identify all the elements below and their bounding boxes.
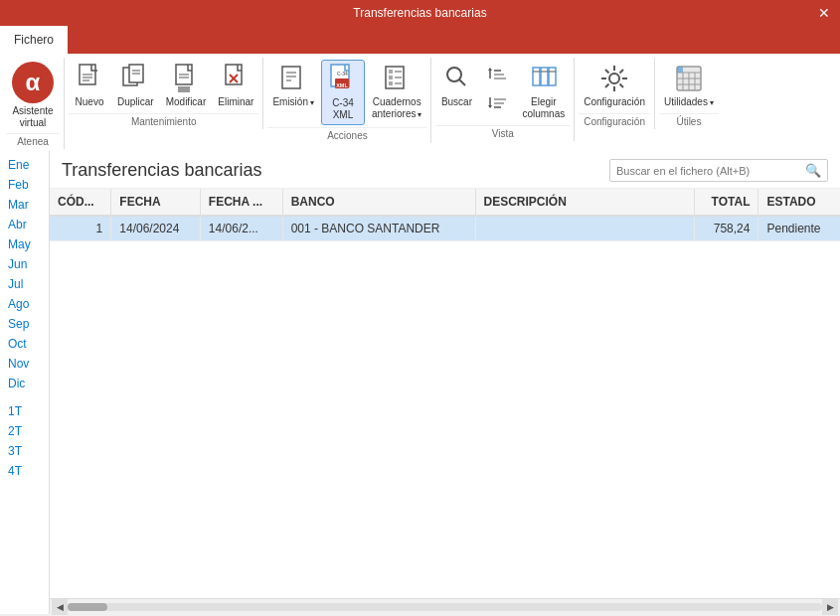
svg-point-45 [609,74,619,83]
title-bar: Transferencias bancarias ✕ [0,0,840,26]
svg-point-29 [447,68,461,81]
buscar-icon [440,63,472,94]
search-input[interactable] [616,165,805,177]
group-vista: Buscar Elegirco [431,58,575,141]
utilidades-icon [673,63,705,94]
sidebar-item-abr[interactable]: Abr [0,215,49,234]
buscar-button[interactable]: Buscar [435,60,477,111]
group-configuracion: Configuración Configuración [575,58,655,129]
scroll-right-arrow[interactable]: ▶ [822,599,838,615]
col-fecha2: FECHA ... [200,189,282,216]
svg-rect-23 [389,70,393,74]
elegir-columnas-button[interactable]: Elegircolumnas [517,60,570,123]
emision-icon [277,63,309,94]
col-banco: BANCO [282,189,475,216]
svg-line-30 [459,79,465,85]
duplicar-button[interactable]: Duplicar [112,60,159,111]
sidebar-item-feb[interactable]: Feb [0,175,49,195]
nuevo-icon [74,63,105,94]
sidebar-item-nov[interactable]: Nov [0,354,49,374]
scrollbar-thumb[interactable] [68,603,107,611]
eliminar-button[interactable]: Eliminar [213,60,258,111]
svg-rect-14 [282,67,300,88]
search-box: 🔍 [609,159,828,182]
duplicar-icon [119,63,151,94]
horizontal-scrollbar[interactable]: ◀ ▶ [50,598,840,614]
main-area: Ene Feb Mar Abr May Jun Jul Ago Sep Oct … [0,151,840,614]
cuadernos-button[interactable]: Cuadernosanteriores▾ [367,60,426,123]
c34xml-icon: XML C-34 [327,64,359,95]
col-total: TOTAL [694,189,758,216]
col-estado: ESTADO [758,189,840,216]
ribbon-tabs: Fichero [0,26,840,54]
c34xml-button[interactable]: XML C-34 C-34XML [321,60,365,125]
scroll-left-arrow[interactable]: ◀ [52,599,68,615]
group-utiles-label: Útiles [659,113,719,127]
utilidades-label: Utilidades▾ [664,96,714,108]
sidebar-item-2t[interactable]: 2T [0,421,49,441]
group-vista-label: Vista [435,125,570,139]
duplicar-label: Duplicar [117,96,154,108]
asistente-virtual-button[interactable]: α Asistentevirtual [6,60,60,131]
sidebar-item-may[interactable]: May [0,234,49,254]
sort-desc-icon [485,90,509,114]
svg-rect-39 [533,68,540,85]
svg-line-51 [620,84,624,88]
sidebar-item-jun[interactable]: Jun [0,254,49,274]
sidebar-item-mar[interactable]: Mar [0,195,49,215]
emision-button[interactable]: Emisión▾ [267,60,319,111]
sidebar-item-1t[interactable]: 1T [0,401,49,421]
page-title: Transferencias bancarias [62,160,261,181]
sidebar-item-ene[interactable]: Ene [0,155,49,175]
content-header: Transferencias bancarias 🔍 [50,151,840,189]
utilidades-button[interactable]: Utilidades▾ [659,60,719,111]
cuadernos-icon [381,63,413,94]
table-row[interactable]: 1 14/06/2024 14/06/2... 001 - BANCO SANT… [50,216,840,241]
table-container: CÓD... FECHA FECHA ... BANCO DESCRIPCIÓN… [50,189,840,598]
svg-rect-25 [389,81,393,85]
sort-asc-button[interactable] [479,60,515,87]
col-fecha: FECHA [111,189,201,216]
svg-line-53 [605,84,609,88]
group-acciones-label: Acciones [267,127,426,141]
svg-text:C-34: C-34 [337,71,348,77]
modificar-label: Modificar [166,96,207,108]
tab-fichero[interactable]: Fichero [0,26,68,54]
cell-fecha: 14/06/2024 [111,216,201,241]
group-atenea: α Asistentevirtual Atenea [2,58,65,149]
cell-codigo: 1 [50,216,111,241]
svg-line-52 [620,70,624,74]
svg-rect-40 [541,68,548,85]
eliminar-icon [220,63,252,94]
nuevo-button[interactable]: Nuevo [69,60,110,111]
eliminar-label: Eliminar [218,96,253,108]
sidebar-item-jul[interactable]: Jul [0,274,49,294]
col-codigo: CÓD... [50,189,111,216]
sidebar-item-dic[interactable]: Dic [0,374,49,393]
group-mantenimiento: Nuevo Duplicar Modificar E [65,58,263,129]
cell-total: 758,24 [694,216,758,241]
modificar-button[interactable]: Modificar [161,60,212,111]
sidebar-item-sep[interactable]: Sep [0,314,49,334]
group-configuracion-label: Configuración [579,113,650,127]
transfers-table: CÓD... FECHA FECHA ... BANCO DESCRIPCIÓN… [50,189,840,241]
svg-rect-11 [226,65,242,84]
asistente-icon: α [12,62,54,103]
scrollbar-track[interactable] [68,603,822,611]
sidebar-item-3t[interactable]: 3T [0,441,49,461]
close-button[interactable]: ✕ [808,0,840,26]
svg-text:XML: XML [336,82,348,88]
cell-fecha2: 14/06/2... [200,216,282,241]
sort-desc-button[interactable] [479,88,515,116]
svg-rect-24 [389,76,393,79]
sidebar-item-ago[interactable]: Ago [0,294,49,314]
elegir-columnas-icon [528,63,560,94]
sidebar-item-4t[interactable]: 4T [0,461,49,481]
configuracion-icon [598,63,630,94]
window-title: Transferencias bancarias [353,6,486,20]
configuracion-button[interactable]: Configuración [579,60,650,111]
sidebar-item-oct[interactable]: Oct [0,334,49,354]
sort-buttons [479,60,515,116]
cuadernos-label: Cuadernosanteriores▾ [372,96,421,120]
cell-descripcion [475,216,694,241]
